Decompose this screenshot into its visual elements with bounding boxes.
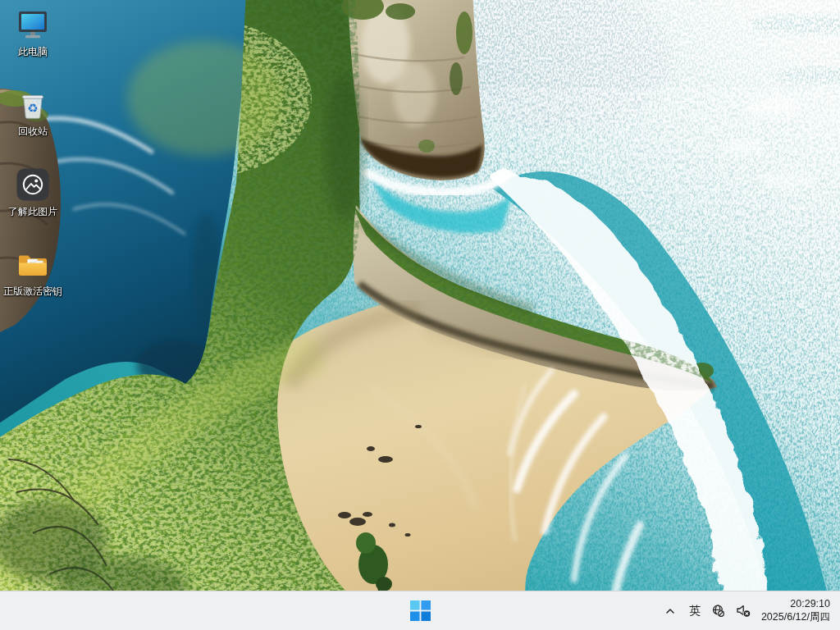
folder-icon bbox=[15, 246, 51, 282]
ime-language-indicator[interactable]: 英 bbox=[682, 595, 707, 628]
this-pc-icon bbox=[15, 7, 51, 43]
start-button[interactable] bbox=[403, 594, 437, 628]
desktop[interactable]: 此电脑 ♻ 回收站 了解此图片 bbox=[0, 0, 840, 630]
photo-info-icon bbox=[15, 167, 51, 203]
clock-time: 20:29:10 bbox=[790, 598, 830, 611]
desktop-icon-this-pc[interactable]: 此电脑 bbox=[1, 7, 65, 57]
desktop-icon-label: 此电脑 bbox=[18, 46, 48, 57]
desktop-icon-learn-about-picture[interactable]: 了解此图片 bbox=[1, 167, 65, 217]
wallpaper-kelingking-beach-image bbox=[0, 0, 840, 630]
clock-date: 2025/6/12/周四 bbox=[761, 611, 830, 624]
system-tray: 英 20:29: bbox=[658, 591, 840, 630]
desktop-icon-label: 回收站 bbox=[18, 126, 48, 137]
desktop-icon-label: 正版激活密钥 bbox=[3, 285, 62, 297]
recycle-bin-icon: ♻ bbox=[15, 86, 51, 122]
taskbar: 英 20:29: bbox=[0, 591, 840, 630]
network-button[interactable] bbox=[707, 595, 730, 628]
tray-show-hidden-icons-button[interactable] bbox=[658, 595, 682, 628]
windows-logo-icon bbox=[410, 600, 431, 621]
desktop-icon-recycle-bin[interactable]: ♻ 回收站 bbox=[1, 86, 65, 137]
volume-muted-icon bbox=[736, 604, 751, 618]
globe-no-internet-icon bbox=[711, 604, 725, 618]
volume-button[interactable] bbox=[730, 595, 756, 628]
desktop-icon-activation-key-folder[interactable]: 正版激活密钥 bbox=[1, 246, 65, 297]
taskbar-clock[interactable]: 20:29:10 2025/6/12/周四 bbox=[756, 595, 837, 628]
desktop-icon-label: 了解此图片 bbox=[8, 206, 57, 217]
chevron-up-icon bbox=[664, 605, 677, 618]
svg-text:♻: ♻ bbox=[27, 101, 38, 116]
